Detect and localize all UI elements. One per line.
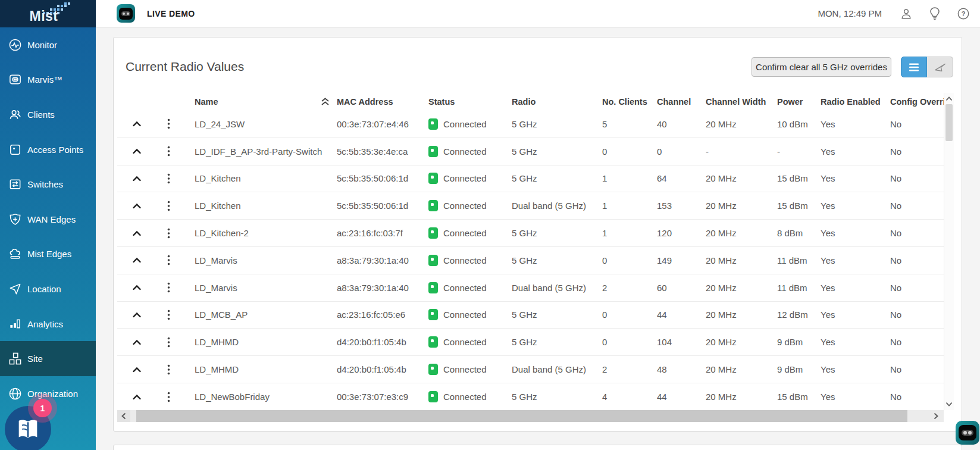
marvis-app-icon[interactable] [117,4,135,23]
marvis-icon [8,73,22,87]
row-collapse-button[interactable] [130,337,144,348]
ap-channel: 44 [657,310,706,320]
sidebar-item-marvis[interactable]: Marvis™ [0,62,96,98]
chevron-up-icon [132,339,142,345]
scroll-up-button[interactable] [944,94,954,104]
row-menu-button[interactable] [165,389,173,405]
ap-mac-address: 00:3e:73:07:e3:c9 [337,392,428,402]
table-row[interactable]: LD_Kitchen-2 ac:23:16:fc:03:7f Connected… [117,220,944,247]
account-button[interactable] [900,7,913,20]
scroll-right-button[interactable] [929,410,943,422]
ap-mac-address: a8:3a:79:30:1a:40 [337,283,428,293]
scroll-left-button[interactable] [117,410,130,422]
column-header-status[interactable]: Status [428,97,512,107]
chevron-up-icon [132,367,142,373]
table-row[interactable]: LD_Marvis a8:3a:79:30:1a:40 Connected 5 … [117,247,944,274]
ap-channel: 120 [657,228,706,238]
ap-client-count: 0 [602,255,657,265]
row-collapse-button[interactable] [130,392,144,402]
whats-new-button[interactable] [928,7,941,20]
ap-radio-enabled: Yes [821,119,890,129]
row-collapse-button[interactable] [130,118,144,129]
ap-name: LD_Kitchen [195,173,241,183]
ap-status: Connected [428,364,512,375]
table-row[interactable]: LD_NewBobFriday 00:3e:73:07:e3:c9 Connec… [117,383,944,411]
analytics-icon [8,317,22,331]
connected-status-icon [428,255,438,266]
table-row[interactable]: LD_MCB_AP ac:23:16:fc:05:e6 Connected 5 … [117,302,944,329]
vertical-ellipsis-icon [167,228,170,239]
row-collapse-button[interactable] [130,201,144,211]
help-button[interactable]: ? [957,7,970,20]
horizontal-scrollbar[interactable] [117,410,944,422]
row-menu-button[interactable] [165,116,173,132]
sidebar-item-mist-edges[interactable]: Mist Edges [0,237,96,272]
sidebar-item-monitor[interactable]: Monitor [0,27,96,62]
column-header-channel[interactable]: Channel [657,97,706,107]
list-view-button[interactable] [901,57,927,77]
sidebar-item-switches[interactable]: Switches [0,167,96,202]
row-collapse-button[interactable] [130,255,144,265]
row-collapse-button[interactable] [130,364,144,375]
row-menu-button[interactable] [165,143,173,159]
ap-mac-address: 5c:5b:35:50:06:1d [337,173,428,183]
column-header-radio-enabled[interactable]: Radio Enabled [821,97,890,107]
row-menu-button[interactable] [165,252,173,268]
chevron-left-icon [121,412,126,420]
table-row[interactable]: LD_MHMD d4:20:b0:f1:05:4b Connected Dual… [117,356,944,383]
ap-mac-address: d4:20:b0:f1:05:4b [337,364,428,374]
column-header-channel-width[interactable]: Channel Width [706,97,777,107]
row-collapse-button[interactable] [130,310,144,320]
ap-config-overrides: No [890,173,944,183]
vertical-scrollbar[interactable] [944,93,954,410]
table-row[interactable]: LD_Marvis a8:3a:79:30:1a:40 Connected Du… [117,274,944,302]
ap-channel-width: 20 MHz [706,283,777,293]
scroll-down-button[interactable] [944,399,954,409]
sidebar-item-clients[interactable]: Clients [0,97,96,132]
map-view-button[interactable] [927,57,953,77]
table-row[interactable]: LD_24_JSW 00:3e:73:07:e4:46 Connected 5 … [117,111,944,138]
table-row[interactable]: LD_IDF_B_AP-3rd-Party-Switch 5c:5b:35:3e… [117,138,944,165]
row-menu-button[interactable] [165,280,173,295]
row-collapse-button[interactable] [130,173,144,184]
ap-radio-band: 5 GHz [512,173,602,183]
chevron-up-icon [132,257,142,263]
column-header-name[interactable]: Name [195,97,337,107]
confirm-clear-overrides-button[interactable]: Confirm clear all 5 GHz overrides [752,57,891,77]
help-notification-badge[interactable]: 1 [33,399,52,417]
org-name[interactable]: LIVE DEMO [147,9,195,18]
table-row[interactable]: LD_Kitchen 5c:5b:35:50:06:1d Connected 5… [117,165,944,193]
table-row[interactable]: LD_MHMD d4:20:b0:f1:05:4b Connected 5 GH… [117,329,944,356]
row-collapse-button[interactable] [130,146,144,157]
table-row[interactable]: LD_Kitchen 5c:5b:35:50:06:1d Connected D… [117,192,944,220]
sidebar-item-location[interactable]: Location [0,271,96,307]
column-header-name-label: Name [195,97,218,107]
vertical-ellipsis-icon [167,173,170,184]
horizontal-scrollbar-thumb[interactable] [136,410,907,422]
sidebar-item-access-points[interactable]: Access Points [0,132,96,167]
row-menu-button[interactable] [165,226,173,241]
ap-status: Connected [428,336,512,348]
sidebar-item-analytics[interactable]: Analytics [0,307,96,342]
column-header-config-overrides[interactable]: Config Overrides [890,97,944,107]
row-menu-button[interactable] [165,335,173,350]
marvis-chat-button[interactable] [956,421,979,445]
column-header-radio[interactable]: Radio [512,97,602,107]
row-menu-button[interactable] [165,307,173,323]
row-menu-button[interactable] [165,362,173,377]
column-header-mac[interactable]: MAC Address [337,97,428,107]
ap-config-overrides: No [890,364,944,374]
vertical-scrollbar-thumb[interactable] [945,104,953,141]
column-header-clients[interactable]: No. Clients [602,97,657,107]
ap-config-overrides: No [890,201,944,211]
row-menu-button[interactable] [165,198,173,214]
mist-logo[interactable]: Mist [0,0,96,27]
site-icon [8,352,22,366]
sidebar-item-wan-edges[interactable]: WAN Edges [0,202,96,237]
row-menu-button[interactable] [165,171,173,186]
sidebar-item-site[interactable]: Site [0,341,96,376]
column-header-power[interactable]: Power [777,97,821,107]
ap-config-overrides: No [890,228,944,238]
row-collapse-button[interactable] [130,228,144,239]
row-collapse-button[interactable] [130,282,144,293]
